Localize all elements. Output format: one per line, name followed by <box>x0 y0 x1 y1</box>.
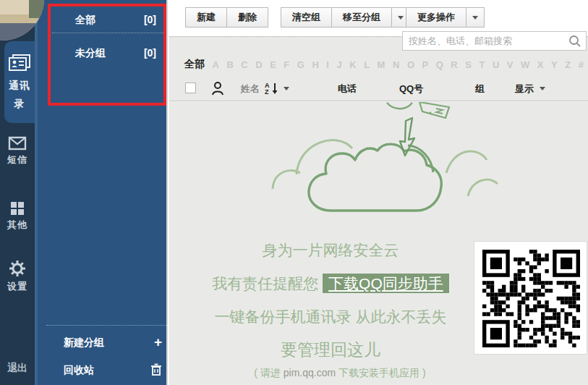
qr-code <box>482 250 580 347</box>
new-group-label: 新建分组 <box>64 337 104 348</box>
more-actions-button[interactable]: 更多操作 <box>406 7 466 28</box>
empty-state-line2: 我有责任提醒您 下载QQ同步助手 <box>168 274 493 294</box>
toolbar-group-organize: 清空组 移至分组 <box>281 7 410 28</box>
contacts-table-header: 姓名 A Z 电话 QQ号 组 显示 <box>169 77 588 101</box>
move-to-group-button[interactable]: 移至分组 <box>331 7 392 28</box>
gear-icon <box>0 259 35 278</box>
letter-filter[interactable]: M <box>378 59 385 70</box>
column-header-name[interactable]: 姓名 <box>241 82 260 96</box>
letter-filter[interactable]: P <box>422 59 429 70</box>
empty-state-line3: 一键备份手机通讯录 从此永不丢失 <box>168 307 493 327</box>
svg-text:Z: Z <box>265 88 269 96</box>
group-item-ungrouped[interactable]: 未分组 [0] <box>52 39 166 67</box>
letter-filter[interactable]: Y <box>551 59 558 70</box>
letter-filter[interactable]: # <box>579 59 584 70</box>
search-box <box>402 31 587 51</box>
letter-filter[interactable]: V <box>507 59 514 70</box>
letter-filter[interactable]: W <box>521 59 529 70</box>
column-header-display[interactable]: 显示 <box>515 82 534 96</box>
sidebar-item-label: 其他 <box>0 219 35 232</box>
grid-icon <box>0 201 35 216</box>
cloud-illustration <box>257 102 524 247</box>
column-header-qq[interactable]: QQ号 <box>399 82 423 96</box>
empty-state-line4: 要管理回这儿 <box>168 339 493 361</box>
sidebar-item-settings[interactable]: 设置 <box>0 259 35 293</box>
empty-state-footer: ( 请进 pim.qq.com 下载安装手机应用 ) <box>168 367 512 380</box>
letter-filter[interactable]: T <box>479 59 485 70</box>
letter-filter-list: 全部 ABCDEFGHIJKLMNOPQRSTUVWXYZ# <box>184 58 584 71</box>
letter-filter[interactable]: G <box>297 59 304 70</box>
group-label: 未分组 <box>75 47 106 59</box>
letter-filter[interactable]: D <box>255 59 262 70</box>
pim-url-text[interactable]: pim.qq.com <box>284 367 336 378</box>
sidebar-item-sms[interactable]: 短信 <box>0 136 35 166</box>
sidebar-item-label: 录 <box>4 95 35 113</box>
sidebar-item-label: 短信 <box>0 153 35 166</box>
person-icon <box>211 81 224 96</box>
search-input[interactable] <box>403 35 568 46</box>
letter-filter[interactable]: I <box>326 59 329 70</box>
letter-filter[interactable]: N <box>393 59 399 70</box>
empty-state-line2-prefix: 我有责任提醒您 <box>212 275 323 292</box>
letter-filter[interactable]: Q <box>436 59 443 70</box>
panel-divider <box>46 325 168 326</box>
toolbar-group-edit: 新建 删除 <box>186 7 268 28</box>
letter-filter[interactable]: U <box>493 59 499 70</box>
contacts-icon <box>4 54 35 72</box>
pim-contacts-window: 短信 其他 <box>0 0 588 385</box>
clear-group-button[interactable]: 清空组 <box>281 7 332 28</box>
trash-icon <box>150 363 162 376</box>
letter-filter[interactable]: C <box>241 59 247 70</box>
footer-open: ( 请进 <box>254 367 283 378</box>
sidebar-item-contacts[interactable]: 通讯 录 <box>4 41 35 123</box>
new-group-button[interactable]: 新建分组 + <box>46 331 168 353</box>
toolbar-group-more: 更多操作 <box>406 7 485 28</box>
footer-close: 下载安装手机应用 ) <box>336 367 425 378</box>
letter-filter[interactable]: L <box>364 59 370 70</box>
column-header-phone[interactable]: 电话 <box>338 82 357 96</box>
select-all-checkbox[interactable] <box>185 82 196 93</box>
chevron-down-icon <box>472 16 478 20</box>
letter-filter[interactable]: B <box>226 59 233 70</box>
qr-code-card <box>474 241 587 355</box>
letter-filter[interactable]: J <box>336 59 341 70</box>
sidebar-item-label: 设置 <box>0 280 35 293</box>
display-dropdown[interactable] <box>540 87 545 90</box>
recycle-bin-label: 回收站 <box>64 364 94 376</box>
letter-filter[interactable]: A <box>213 59 219 70</box>
name-sort-dropdown[interactable] <box>284 87 289 90</box>
groups-panel: 全部 [0] 未分组 [0] 新建分组 + 回收站 <box>35 0 168 385</box>
more-actions-dropdown[interactable] <box>466 7 485 28</box>
new-contact-button[interactable]: 新建 <box>185 7 227 28</box>
envelope-icon <box>0 136 35 151</box>
sidebar-item-other[interactable]: 其他 <box>0 201 35 232</box>
letter-filter[interactable]: E <box>270 59 276 70</box>
logout-button[interactable]: 退出 <box>0 362 35 375</box>
sort-az-icon[interactable]: A Z <box>265 81 281 96</box>
letter-filter[interactable]: H <box>312 59 318 70</box>
search-icon[interactable] <box>568 35 581 48</box>
group-label: 全部 <box>75 14 95 25</box>
letter-filter-all[interactable]: 全部 <box>184 58 205 71</box>
letter-filter[interactable]: Z <box>565 59 571 70</box>
download-qq-sync-link[interactable]: 下载QQ同步助手 <box>323 274 449 293</box>
chevron-down-icon <box>398 16 404 20</box>
recycle-bin-button[interactable]: 回收站 <box>46 359 168 381</box>
group-count-badge: [0] <box>144 39 156 67</box>
letter-filter[interactable]: F <box>284 59 289 70</box>
letter-filter[interactable]: R <box>451 59 457 70</box>
letter-filter[interactable]: X <box>537 59 544 70</box>
delete-button[interactable]: 删除 <box>226 7 268 28</box>
empty-state-line1: 身为一片网络安全云 <box>168 240 493 261</box>
letter-filter[interactable]: K <box>349 59 356 70</box>
sidebar-item-label: 通讯 <box>4 77 35 95</box>
plus-icon: + <box>154 331 162 353</box>
group-count-badge: [0] <box>144 6 156 33</box>
letter-filter[interactable]: S <box>465 59 472 70</box>
group-item-all[interactable]: 全部 [0] <box>52 6 166 33</box>
letter-filter[interactable]: O <box>407 59 414 70</box>
column-header-group[interactable]: 组 <box>475 82 485 96</box>
